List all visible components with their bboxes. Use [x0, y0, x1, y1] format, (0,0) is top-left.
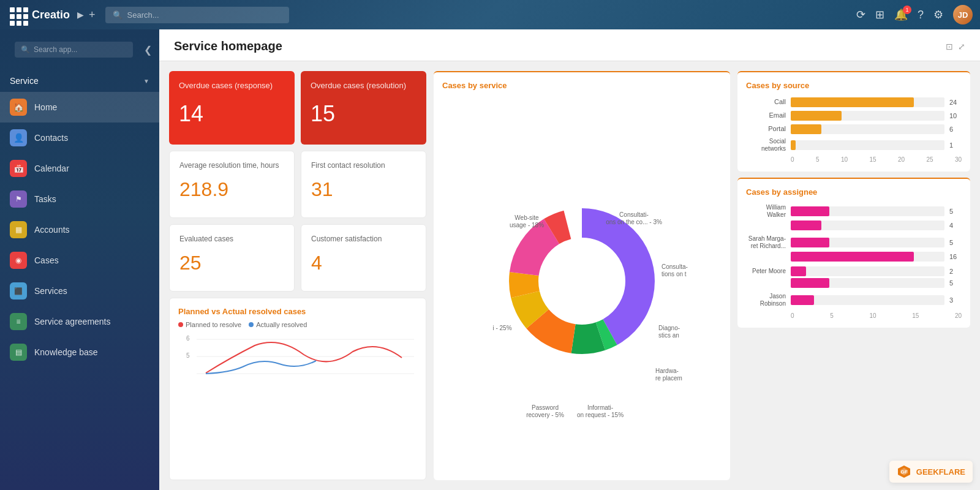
assignee-sarah-val1: 5 [949, 239, 962, 246]
topbar-right: ⟳ ⊞ 🔔 1 ? ⚙ JD [856, 5, 973, 24]
donut-chart-wrapper: Web-site usage - 18% Consultati- ons on … [442, 95, 722, 467]
assignee-william-bar2 [791, 221, 944, 230]
assignee-william-val2: 4 [949, 222, 962, 229]
apps-grid-icon[interactable]: ⊞ [875, 8, 884, 21]
sidebar-item-knowledge[interactable]: ▤ Knowledge base [0, 337, 159, 368]
sidebar-item-services-label: Services [34, 286, 67, 296]
notifications-icon[interactable]: 🔔 1 [894, 8, 908, 21]
cases-by-source-card: Cases by source Call 24 Email 10 [737, 71, 970, 172]
evaluated-cases-card: Evaluated cases 25 [169, 224, 295, 292]
svg-text:tions on t: tions on t [662, 271, 687, 277]
play-button[interactable]: ▶ [77, 10, 84, 20]
knowledge-icon: ▤ [10, 344, 27, 361]
tasks-icon: ⚑ [10, 190, 27, 208]
sidebar-item-accounts[interactable]: ▦ Accounts [0, 214, 159, 245]
avatar[interactable]: JD [953, 5, 973, 24]
overdue-resolution-value: 15 [311, 101, 417, 127]
bar-row-portal: Portal 6 [746, 124, 962, 134]
sidebar-item-tasks[interactable]: ⚑ Tasks [0, 184, 159, 214]
assignee-william: William Walker 5 4 [746, 204, 962, 230]
expand-icon[interactable]: ⤢ [958, 42, 965, 51]
planned-vs-actual-card: Planned vs Actual resolved cases Planned… [169, 298, 426, 480]
search-input[interactable] [127, 10, 282, 20]
settings-icon[interactable]: ⚙ [933, 8, 943, 21]
assignee-sarah-row2: 16 [746, 252, 962, 262]
sidebar-item-calendar[interactable]: 📅 Calendar [0, 153, 159, 184]
line-chart-svg: 6 5 [178, 333, 417, 382]
bar-value-call: 24 [949, 99, 962, 106]
sidebar-item-cases[interactable]: ◉ Cases [0, 245, 159, 276]
overdue-resolution-card: Overdue cases (resolution) 15 [301, 71, 426, 145]
avg-resolution-card: Average resolution time, hours 218.9 [169, 151, 295, 218]
cases-by-assignee-card: Cases by assignee William Walker 5 [737, 178, 970, 328]
assignee-william-row1: William Walker 5 [746, 204, 962, 219]
cases-by-source-title: Cases by source [746, 81, 962, 90]
satisfaction-card: Customer satisfaction 4 [301, 224, 426, 292]
assignee-sarah-bar1 [791, 238, 944, 247]
sidebar-section-service[interactable]: Service ▼ [0, 70, 159, 92]
page-header: Service homepage ⊡ ⤢ [159, 29, 980, 61]
svg-text:6: 6 [186, 335, 190, 342]
bar-fill-call [791, 97, 914, 107]
bar-track-email [791, 111, 944, 121]
svg-text:Consultati-: Consultati- [619, 211, 649, 218]
assignee-jason-row1: Jason Robinson 3 [746, 293, 962, 307]
assignee-peter: Peter Moore 2 5 [746, 266, 962, 288]
assignee-peter-val2: 5 [949, 279, 962, 287]
svg-text:on request - 15%: on request - 15% [577, 412, 624, 418]
sidebar-search-input[interactable] [34, 45, 127, 54]
sidebar-item-home-label: Home [34, 102, 57, 112]
assignee-peter-val1: 2 [949, 268, 962, 275]
bar-label-social: Social networks [746, 138, 786, 153]
sidebar-item-services[interactable]: ⬛ Services [0, 276, 159, 306]
add-button[interactable]: + [89, 9, 96, 21]
assignee-peter-row2: 5 [746, 278, 962, 288]
avg-resolution-value: 218.9 [179, 178, 284, 201]
sidebar-item-service-agreements[interactable]: ≡ Service agreements [0, 306, 159, 337]
sidebar-item-contacts-label: Contacts [34, 133, 68, 143]
first-contact-value: 31 [311, 178, 416, 201]
sidebar-collapse-button[interactable]: ❮ [144, 44, 152, 56]
overdue-response-value: 14 [179, 101, 285, 127]
page-header-icons: ⊡ ⤢ [946, 42, 965, 51]
planned-label: Planned to resolve [186, 321, 241, 328]
bar-fill-portal [791, 124, 821, 134]
svg-text:usage - 18%: usage - 18% [510, 222, 544, 228]
svg-text:recovery - 5%: recovery - 5% [526, 412, 564, 418]
assignee-sarah-bar2 [791, 252, 944, 262]
svg-text:GF: GF [900, 469, 907, 475]
bar-row-social: Social networks 1 [746, 138, 962, 153]
geekflare-text: GEEKFLARE [916, 467, 965, 477]
sidebar-item-service-agreements-label: Service agreements [34, 317, 111, 326]
help-icon[interactable]: ? [918, 9, 924, 21]
sidebar-item-contacts[interactable]: 👤 Contacts [0, 123, 159, 153]
assignee-jason-val1: 3 [949, 296, 962, 304]
notification-badge: 1 [903, 6, 911, 14]
page-title: Service homepage [174, 39, 282, 53]
actual-dot [249, 322, 254, 327]
overdue-resolution-label: Overdue cases (resolution) [311, 81, 417, 91]
minimize-icon[interactable]: ⊡ [946, 42, 953, 51]
overdue-response-card: Overdue cases (response) 14 [169, 71, 295, 145]
sidebar-search[interactable]: 🔍 [15, 42, 133, 58]
sidebar-item-home[interactable]: 🏠 Home [0, 92, 159, 123]
assignee-sarah: Sarah Marga-ret Richard... 5 16 [746, 235, 962, 262]
bar-track-call [791, 97, 944, 107]
metrics-grid: Average resolution time, hours 218.9 Fir… [169, 151, 426, 292]
assignee-sarah-row1: Sarah Marga-ret Richard... 5 [746, 235, 962, 250]
cases-by-service-card: Cases by service [434, 71, 730, 480]
apps-icon[interactable] [7, 5, 27, 24]
sync-icon[interactable]: ⟳ [856, 8, 865, 21]
chart-legend: Planned to resolve Actually resolved [178, 321, 417, 328]
bar-fill-email [791, 111, 842, 121]
bar-value-email: 10 [949, 112, 962, 119]
middle-column: Cases by service [434, 71, 730, 480]
svg-text:Consulta-: Consulta- [662, 263, 688, 270]
sidebar-item-accounts-label: Accounts [34, 225, 70, 235]
bar-value-social: 1 [949, 141, 962, 149]
assignee-jason: Jason Robinson 3 [746, 293, 962, 307]
global-search[interactable]: 🔍 [105, 7, 289, 23]
donut-chart-svg: Web-site usage - 18% Consultati- ons on … [466, 110, 698, 453]
svg-text:ons on the co... - 3%: ons on the co... - 3% [606, 219, 662, 225]
main-content: Service homepage ⊡ ⤢ Overdue cases (resp… [159, 29, 980, 490]
